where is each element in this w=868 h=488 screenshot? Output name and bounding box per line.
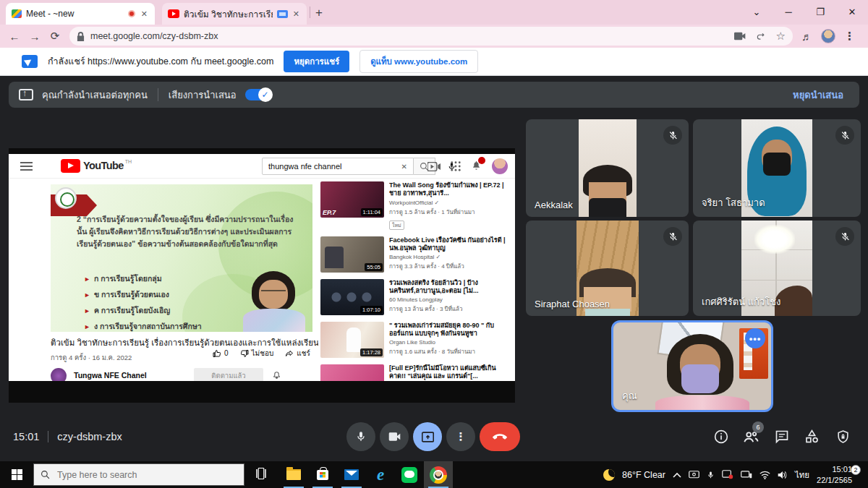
video-player[interactable]: 2 “การเรียนรู้ด้วยความตั้งใจของผู้เรียน …: [51, 184, 312, 332]
clear-search-icon[interactable]: ✕: [401, 163, 407, 171]
stop-sharing-button[interactable]: หยุดการแชร์: [284, 51, 349, 72]
participants-button[interactable]: 6: [743, 429, 759, 447]
video-thumbnail[interactable]: 1:17:28: [320, 322, 384, 358]
suggested-video[interactable]: 55:05 Facebook Live เรื่องวัคซีน กันอย่า…: [320, 236, 510, 273]
notifications-bell[interactable]: [471, 160, 482, 174]
tray-display-icon[interactable]: [741, 471, 752, 479]
participant-tile-jariya[interactable]: จริยา โสธามาด: [693, 119, 861, 217]
tab-meet-title: Meet - ~new: [26, 9, 124, 19]
line-taskbar-icon[interactable]: [395, 461, 424, 488]
self-view-tile[interactable]: ••• คุณ: [611, 320, 773, 412]
weather-moon-icon[interactable]: [603, 469, 615, 481]
youtube-account-avatar[interactable]: [492, 158, 508, 174]
extension-music-icon[interactable]: ♬: [801, 30, 812, 43]
suggested-video[interactable]: 36:28 [Full EP]รักนี้ไม่มีโอหวา แต่แสบซี…: [320, 364, 510, 382]
internet-explorer-taskbar-icon[interactable]: e: [366, 461, 395, 488]
slide-question: 2 “การเรียนรู้ด้วยความตั้งใจของผู้เรียน …: [77, 213, 294, 250]
share-video-button[interactable]: แชร์: [285, 348, 310, 359]
tab-close-icon[interactable]: ✕: [292, 8, 301, 20]
presentation-audio-toggle[interactable]: ✓: [245, 89, 271, 100]
tray-expand-chevron[interactable]: [673, 472, 681, 478]
subscribe-button[interactable]: ติดตามแล้ว: [194, 368, 263, 381]
new-tab-button[interactable]: +: [315, 6, 323, 20]
meeting-details-button[interactable]: [714, 429, 728, 447]
tab-youtube[interactable]: ติวเข้ม วิชาทักษะการเรียนรู้ เรื่องก ✕: [162, 3, 307, 25]
videocam-icon: [388, 432, 401, 442]
tray-screen-record-icon[interactable]: [722, 470, 733, 479]
suggested-video[interactable]: 1:11:04 The Wall Song ร้องข้ามกำแพง | EP…: [320, 181, 510, 230]
tab-meet[interactable]: Meet - ~new ✕: [6, 3, 155, 25]
menu-hamburger-icon[interactable]: [20, 162, 33, 171]
stop-presenting-button[interactable]: หยุดนำเสนอ: [793, 87, 843, 103]
create-video-icon[interactable]: [427, 162, 441, 171]
video-thumbnail[interactable]: 1:11:04: [320, 181, 384, 218]
window-menu-icon[interactable]: ⌄: [741, 7, 773, 17]
option-c: ค การเรียนรู้โดยบังเอิญ: [94, 304, 170, 317]
chrome-taskbar-icon[interactable]: [424, 461, 453, 488]
channel-avatar[interactable]: [51, 368, 67, 381]
self-tile-options-button[interactable]: •••: [745, 328, 765, 348]
taskbar-search[interactable]: [33, 463, 244, 486]
view-tab-button[interactable]: ดูแท็บ www.youtube.com: [359, 50, 478, 73]
shared-screen-frame: YouTube TH thungwa nfe channel ✕: [9, 148, 515, 403]
browser-menu-icon[interactable]: ⋮: [844, 30, 855, 43]
profile-avatar[interactable]: [821, 29, 835, 43]
participant-name: Siraphat Choasen: [535, 299, 610, 309]
leave-call-button[interactable]: [480, 422, 520, 451]
address-bar[interactable]: meet.google.com/czy-dsbm-zbx ☆: [69, 27, 793, 46]
chat-button[interactable]: [775, 429, 789, 447]
share-icon[interactable]: [756, 31, 766, 41]
youtube-logo[interactable]: YouTube TH: [61, 159, 132, 173]
folder-icon: [286, 469, 301, 480]
youtube-search-input[interactable]: thungwa nfe channel ✕: [262, 158, 414, 175]
participant-tile-siraphat[interactable]: Siraphat Choasen: [526, 221, 689, 316]
suggested-video[interactable]: 1:17:28 " รวมเพลงเก่าร่วมสมัยยุค 80-90 "…: [320, 322, 510, 358]
tray-cast-icon[interactable]: [689, 471, 699, 479]
search-query-text: thungwa nfe channel: [268, 162, 401, 171]
channel-name[interactable]: Tungwa NFE Chanel: [74, 371, 147, 380]
taskbar-clock[interactable]: 15:01 22/1/2565: [817, 464, 852, 485]
tray-volume-icon[interactable]: [778, 471, 788, 479]
windows-taskbar: e 86°F Clear ไทย 15:01 22/1/2565 2: [0, 461, 868, 488]
window-restore-button[interactable]: ❐: [804, 7, 836, 17]
camera-button[interactable]: [380, 422, 409, 451]
language-indicator[interactable]: ไทย: [795, 468, 809, 481]
mail-taskbar-icon[interactable]: [337, 461, 366, 488]
reload-button[interactable]: ⟳: [45, 30, 65, 43]
video-thumbnail[interactable]: 36:28: [320, 364, 384, 382]
sharing-message: กำลังแชร์ https://www.youtube.com กับ me…: [48, 54, 273, 69]
host-controls-button[interactable]: [836, 429, 850, 447]
present-button[interactable]: [413, 422, 442, 451]
bookmark-star-icon[interactable]: ☆: [776, 30, 786, 43]
window-close-button[interactable]: ✕: [836, 7, 868, 17]
tray-mic-icon[interactable]: [707, 470, 715, 480]
start-button[interactable]: [0, 461, 33, 488]
participant-tile-ketsirirat[interactable]: เกศศิริรัตน์ แก้วโชง: [693, 221, 861, 316]
window-minimize-button[interactable]: ─: [773, 7, 804, 17]
youtube-region-label: TH: [125, 159, 132, 164]
participant-tile-aekkalak[interactable]: Aekkalak: [526, 119, 689, 217]
apps-grid-icon[interactable]: [451, 161, 461, 171]
taskbar-date: 22/1/2565: [817, 475, 852, 485]
activities-button[interactable]: [804, 429, 820, 447]
weather-text[interactable]: 86°F Clear: [622, 470, 665, 480]
forward-button[interactable]: →: [25, 30, 45, 43]
task-view-button[interactable]: [255, 467, 268, 483]
mic-button[interactable]: [346, 422, 375, 451]
participant-name: Aekkalak: [535, 200, 573, 210]
suggested-video[interactable]: 1:07:10 รวมเพลงสตริง ร้อยล้านวิว | ป้าง …: [320, 279, 510, 315]
video-thumbnail[interactable]: 55:05: [320, 236, 384, 273]
dislike-button[interactable]: ไม่ชอบ: [240, 348, 274, 359]
channel-bell-icon[interactable]: [272, 369, 281, 381]
file-explorer-taskbar-icon[interactable]: [279, 461, 308, 488]
more-options-button[interactable]: ⋮: [446, 422, 475, 451]
taskbar-search-input[interactable]: [56, 469, 222, 481]
back-button[interactable]: ←: [4, 30, 25, 43]
tray-wifi-icon[interactable]: [760, 471, 770, 479]
microsoft-store-taskbar-icon[interactable]: [308, 461, 337, 488]
present-icon: [422, 432, 434, 442]
like-button[interactable]: 0: [213, 349, 229, 358]
video-thumbnail[interactable]: 1:07:10: [320, 279, 384, 315]
tab-capture-icon[interactable]: [734, 32, 746, 40]
tab-close-icon[interactable]: ✕: [140, 8, 149, 20]
